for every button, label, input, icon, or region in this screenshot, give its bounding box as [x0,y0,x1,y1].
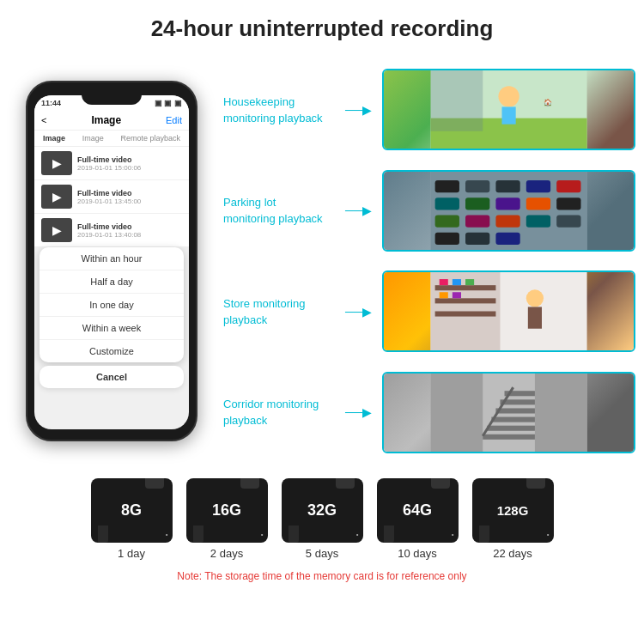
sd-card-notch-2 [193,526,204,543]
video-info-3: Full-time video 2019-01-01 13:40:08 [77,222,141,239]
connector-1: ──▶ [345,103,372,117]
phone-tab-bar: Image Image Remote playback [34,131,189,147]
svg-point-36 [526,289,544,307]
svg-rect-35 [453,293,461,299]
video-list: ▶ Full-time video 2019-01-01 15:00:06 ▶ … [34,147,189,247]
menu-item-1[interactable]: Within an hour [39,247,184,270]
menu-item-5[interactable]: Customize [39,340,184,362]
storage-note: Note: The storage time of the memory car… [177,570,466,582]
sd-dots-1: • [166,531,168,538]
sd-card-label-5: 128G [497,503,529,518]
video-item-3: ▶ Full-time video 2019-01-01 13:40:08 [34,214,189,247]
video-title-2: Full-time video [77,189,141,197]
sd-dots-2: • [261,531,264,538]
video-item-1: ▶ Full-time video 2019-01-01 15:00:06 [34,147,189,180]
svg-rect-30 [434,312,495,317]
video-thumb-3: ▶ [41,218,72,242]
video-date-3: 2019-01-01 13:40:08 [77,231,141,239]
phone-nav-bar: < Image Edit [34,111,189,131]
phone-screen: 11:44 ▣ ▣ ▣ < Image Edit Image Image Rem… [34,95,189,429]
sd-card-label-2: 16G [212,501,241,519]
storage-days-2: 2 days [210,547,243,560]
svg-rect-21 [526,215,550,227]
popup-menu: Within an hour Half a day In one day Wit… [39,247,184,362]
monitoring-scene-child: 🏠 [384,70,634,149]
svg-rect-18 [434,215,459,227]
menu-item-4[interactable]: Within a week [39,317,184,340]
svg-rect-41 [483,434,535,440]
main-content: 11:44 ▣ ▣ ▣ < Image Edit Image Image Rem… [0,51,644,471]
monitoring-section: Housekeepingmonitoring playback ──▶ 🏠 [223,51,635,471]
svg-rect-9 [465,180,489,192]
monitoring-label-2: Parking lotmonitoring playback [223,194,335,227]
svg-rect-34 [440,293,448,299]
video-title-3: Full-time video [77,222,141,231]
menu-item-3[interactable]: In one day [39,294,184,317]
svg-rect-17 [556,197,580,210]
connector-3: ──▶ [345,305,372,319]
svg-rect-25 [495,233,519,245]
monitoring-text-1: Housekeepingmonitoring playback [223,95,323,125]
storage-section: 8G • 1 day 16G • 2 days 32G • 5 days [0,471,644,586]
svg-rect-12 [556,180,580,192]
video-date-1: 2019-01-01 15:00:06 [77,164,141,172]
svg-rect-22 [556,215,580,227]
phone-icons: ▣ ▣ ▣ [155,99,182,107]
svg-rect-23 [434,233,459,245]
video-thumb-1: ▶ [41,151,72,175]
sd-card-64g: 64G • [377,478,459,543]
connector-4: ──▶ [345,405,372,419]
storage-days-4: 10 days [398,547,437,560]
monitoring-scene-store [384,272,634,350]
tab-image[interactable]: Image [43,134,65,143]
menu-item-2[interactable]: Half a day [39,270,184,294]
video-title-1: Full-time video [77,155,141,164]
sd-card-32g: 32G • [282,478,363,543]
monitoring-img-1: 🏠 [382,69,635,150]
svg-rect-16 [526,197,550,210]
svg-rect-15 [495,197,519,210]
svg-rect-32 [453,279,461,285]
sd-card-label-4: 64G [403,501,432,519]
monitoring-item-2: Parking lotmonitoring playback ──▶ [223,167,635,253]
phone-mockup: 11:44 ▣ ▣ ▣ < Image Edit Image Image Rem… [26,81,197,441]
phone-time: 11:44 [41,99,61,107]
storage-cards: 8G • 1 day 16G • 2 days 32G • 5 days [91,478,554,560]
svg-rect-24 [465,233,489,245]
monitoring-item-1: Housekeepingmonitoring playback ──▶ 🏠 [223,67,635,153]
monitoring-img-4 [382,372,635,453]
tab-remote[interactable]: Remote playback [121,134,181,143]
page-title: 24-hour uninterrupted recording [17,15,627,42]
sd-card-notch-4 [384,526,394,543]
video-info-1: Full-time video 2019-01-01 15:00:06 [77,155,141,172]
sd-card-notch-3 [289,526,299,543]
svg-rect-19 [465,215,489,227]
storage-card-8g: 8G • 1 day [91,478,173,560]
svg-rect-33 [465,279,474,285]
svg-rect-42 [487,425,535,430]
sd-card-label-3: 32G [307,501,337,519]
storage-days-3: 5 days [306,547,338,560]
svg-text:🏠: 🏠 [544,99,553,108]
phone-back-button[interactable]: < [41,115,46,125]
sd-card-16g: 16G • [186,478,268,543]
video-date-2: 2019-01-01 13:45:00 [77,197,141,205]
monitoring-text-2: Parking lotmonitoring playback [223,196,323,225]
monitoring-scene-parking [384,172,634,250]
svg-rect-10 [495,180,519,192]
tab-image2[interactable]: Image [82,134,104,143]
storage-card-64g: 64G • 10 days [377,478,459,560]
svg-rect-28 [434,285,495,290]
monitoring-text-4: Corridor monitoringplayback [223,398,319,427]
svg-rect-40 [535,374,587,452]
video-item-2: ▶ Full-time video 2019-01-01 13:45:00 [34,180,189,214]
sd-card-notch-1 [98,526,108,543]
header-section: 24-hour uninterrupted recording [0,0,644,51]
monitoring-item-3: Store monitoringplayback ──▶ [223,269,635,355]
storage-days-1: 1 day [118,547,145,560]
phone-edit-button[interactable]: Edit [166,115,182,125]
sd-card-notch-5 [479,526,489,543]
cancel-button[interactable]: Cancel [39,366,184,388]
connector-2: ──▶ [345,204,372,217]
monitoring-item-4: Corridor monitoringplayback ──▶ [223,369,635,455]
